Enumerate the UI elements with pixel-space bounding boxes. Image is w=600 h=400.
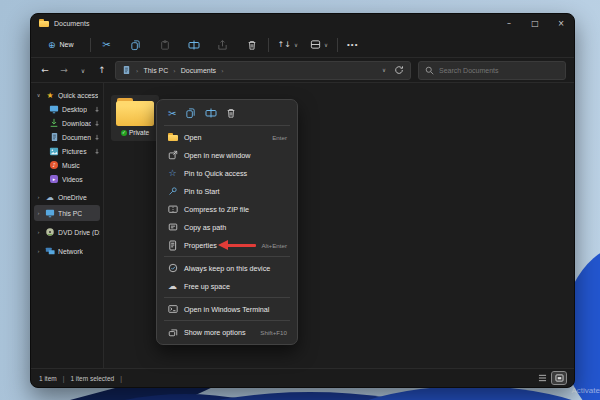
breadcrumb-documents[interactable]: Documents <box>181 67 216 74</box>
rename-icon[interactable] <box>187 37 201 53</box>
search-box[interactable] <box>418 61 566 80</box>
new-button-label: New <box>60 41 74 48</box>
forward-button[interactable]: → <box>58 65 70 75</box>
sidebar-item-label: Downloads <box>62 120 91 127</box>
status-divider: | <box>120 375 122 382</box>
menu-divider <box>164 297 290 298</box>
sidebar-item-label: OneDrive <box>58 194 87 201</box>
view-icon <box>310 39 321 50</box>
menu-item-always-keep-on-device[interactable]: Always keep on this device <box>161 259 293 277</box>
menu-item-pin-to-start[interactable]: Pin to Start <box>161 182 293 200</box>
plus-circle-icon: ⊕ <box>48 41 56 49</box>
paste-icon[interactable] <box>158 37 172 53</box>
menu-item-shortcut: Alt+Enter <box>261 242 287 249</box>
terminal-icon <box>167 304 178 314</box>
cloud-icon: ☁ <box>167 281 178 291</box>
sidebar-item-pictures[interactable]: Pictures <box>31 144 103 158</box>
address-dropdown-icon[interactable]: ∨ <box>382 67 386 73</box>
menu-item-compress-to-zip[interactable]: Compress to ZIP file <box>161 200 293 218</box>
menu-item-copy-as-path[interactable]: Copy as path <box>161 218 293 236</box>
toolbar-divider <box>268 38 269 52</box>
menu-item-properties[interactable]: Properties Alt+Enter <box>161 236 293 254</box>
sort-button[interactable]: ↑↓ ∨ <box>278 40 298 49</box>
status-divider: | <box>63 375 65 382</box>
new-button[interactable]: ⊕ New <box>41 38 81 52</box>
chevron-collapsed-icon[interactable]: › <box>35 194 42 200</box>
menu-item-open-in-new-window[interactable]: Open in new window <box>161 146 293 164</box>
sidebar-item-desktop[interactable]: Desktop <box>31 102 103 116</box>
file-list-area[interactable]: ✓ Private ✂ <box>104 83 574 368</box>
zip-icon <box>167 204 178 214</box>
sidebar-item-quick-access[interactable]: ∨ ★ Quick access <box>31 88 103 102</box>
always-available-icon <box>167 263 178 273</box>
sidebar-item-downloads[interactable]: Downloads <box>31 116 103 130</box>
chevron-collapsed-icon[interactable]: › <box>35 229 42 235</box>
minimize-button[interactable]: – <box>496 14 522 32</box>
properties-icon <box>167 240 178 251</box>
menu-item-open-in-windows-terminal[interactable]: Open in Windows Terminal <box>161 300 293 318</box>
sidebar-item-documents[interactable]: Documents <box>31 130 103 144</box>
chevron-collapsed-icon[interactable]: › <box>35 248 42 254</box>
menu-item-label: Pin to Quick access <box>184 169 247 178</box>
window-folder-icon <box>39 19 49 27</box>
large-icons-view-button[interactable] <box>552 372 566 384</box>
sidebar-item-onedrive[interactable]: › ☁ OneDrive <box>31 189 103 205</box>
details-view-button[interactable] <box>535 372 549 384</box>
toolbar-divider <box>337 38 338 52</box>
cut-icon[interactable]: ✂ <box>100 37 114 53</box>
sidebar-item-dvd-drive[interactable]: › DVD Drive (D:) ESD-I <box>31 224 103 240</box>
folder-item-label: Private <box>129 129 149 136</box>
activate-watermark: Activate <box>572 386 600 395</box>
menu-item-show-more-options[interactable]: Show more options Shift+F10 <box>161 323 293 341</box>
sidebar-item-label: DVD Drive (D:) ESD-I <box>58 229 100 236</box>
menu-divider <box>164 320 290 321</box>
menu-item-label: Open in new window <box>184 151 250 160</box>
chevron-collapsed-icon[interactable]: › <box>35 210 42 216</box>
star-icon: ☆ <box>167 168 178 178</box>
menu-divider <box>164 256 290 257</box>
menu-item-free-up-space[interactable]: ☁ Free up space <box>161 277 293 295</box>
menu-item-label: Always keep on this device <box>184 264 270 273</box>
breadcrumb-this-pc[interactable]: This PC <box>143 67 168 74</box>
folder-item-private[interactable]: ✓ Private <box>111 95 159 141</box>
view-button[interactable]: ∨ <box>310 39 328 50</box>
title-bar[interactable]: Documents – □ × <box>31 14 574 32</box>
copy-icon[interactable] <box>129 37 143 53</box>
recent-locations-button[interactable]: ∨ <box>77 67 89 74</box>
address-bar[interactable]: › This PC › Documents › ∨ <box>115 61 411 80</box>
search-input[interactable] <box>439 67 559 74</box>
back-button[interactable]: ← <box>39 65 51 75</box>
menu-item-open[interactable]: Open Enter <box>161 128 293 146</box>
navigation-pane: ∨ ★ Quick access Desktop Downloads <box>31 83 104 368</box>
command-bar: ⊕ New ✂ <box>31 32 574 58</box>
maximize-button[interactable]: □ <box>522 14 548 32</box>
see-more-button[interactable]: ••• <box>347 40 358 49</box>
rename-icon[interactable] <box>205 107 217 119</box>
up-button[interactable]: ↑ <box>96 65 108 75</box>
chevron-down-icon: ∨ <box>294 42 298 48</box>
copy-as-path-icon <box>167 222 178 232</box>
sidebar-item-network[interactable]: › Network <box>31 243 103 259</box>
this-pc-icon <box>45 209 55 218</box>
sidebar-item-videos[interactable]: ▸ Videos <box>31 172 103 186</box>
network-icon <box>45 246 55 256</box>
delete-icon[interactable] <box>226 107 236 119</box>
close-button[interactable]: × <box>548 14 574 32</box>
sidebar-item-music[interactable]: ♪ Music <box>31 158 103 172</box>
share-icon[interactable] <box>216 37 230 53</box>
sidebar-item-this-pc[interactable]: › This PC <box>34 205 100 221</box>
sidebar-item-label: Music <box>62 162 80 169</box>
quick-access-star-icon: ★ <box>45 91 55 100</box>
sidebar-item-label: Quick access <box>58 92 98 99</box>
show-more-options-icon <box>167 327 178 337</box>
refresh-icon[interactable] <box>394 65 404 75</box>
menu-item-pin-to-quick-access[interactable]: ☆ Pin to Quick access <box>161 164 293 182</box>
chevron-down-icon: ∨ <box>324 42 328 48</box>
dvd-drive-icon <box>45 227 55 237</box>
item-count: 1 item <box>39 375 57 382</box>
chevron-expanded-icon[interactable]: ∨ <box>35 92 42 98</box>
cut-icon[interactable]: ✂ <box>168 108 176 119</box>
copy-icon[interactable] <box>185 107 196 119</box>
delete-icon[interactable] <box>245 37 259 53</box>
window-title: Documents <box>54 20 89 27</box>
